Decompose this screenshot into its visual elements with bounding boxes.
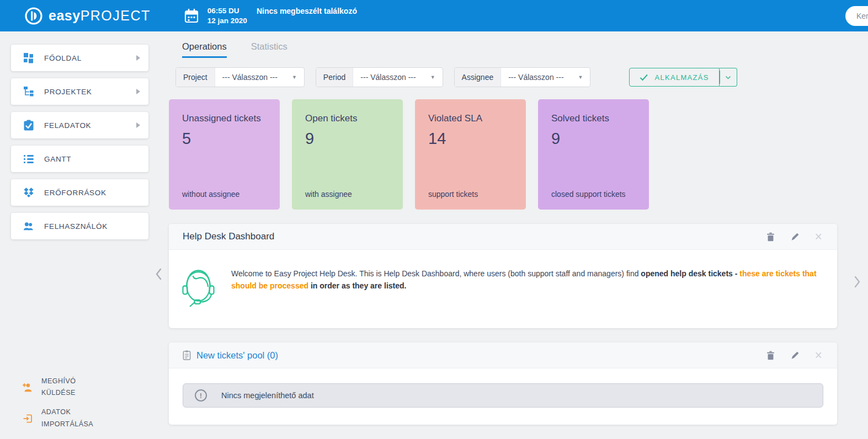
panel-title-link[interactable]: New tickets' pool (0): [196, 350, 278, 361]
stat-card-unassigned-tickets[interactable]: Unassigned tickets 5 without assignee: [169, 99, 280, 210]
sidebar-footer: MEGHÍVÓ KÜLDÉSE ADATOK IMPORTÁLÁSA: [22, 376, 138, 438]
stat-card-violated-sla[interactable]: Violated SLA 14 support tickets: [415, 99, 526, 210]
headset-support-icon: [181, 264, 216, 312]
period-filter: Period --- Válasszon --- ▼: [316, 67, 443, 87]
info-exclamation-icon: !: [195, 389, 207, 401]
stat-caption: closed support tickets: [551, 190, 626, 199]
panel-actions: ×: [766, 349, 823, 362]
easy-project-logo[interactable]: easyPROJECT: [24, 7, 151, 25]
apply-button[interactable]: ALKALMAZÁS: [629, 68, 719, 87]
chevron-right-icon: [136, 122, 141, 129]
import-icon: [22, 413, 33, 424]
stat-value: 5: [182, 130, 267, 148]
tab-operations[interactable]: Operations: [182, 41, 227, 58]
edit-pencil-icon[interactable]: [790, 232, 800, 242]
helpdesk-dashboard-panel: Help Desk Dashboard ×: [169, 224, 837, 328]
panel-header: Help Desk Dashboard ×: [169, 224, 837, 250]
sidebar-item-label: FŐOLDAL: [44, 54, 82, 62]
stat-title: Unassigned tickets: [182, 113, 267, 125]
select-value: --- Válasszon ---: [222, 73, 278, 82]
sidebar-item-label: GANTT: [44, 155, 71, 163]
chevron-right-icon: [136, 55, 141, 61]
sidebar-item-feladatok[interactable]: FELADATOK: [11, 112, 148, 138]
resources-diamonds-icon: [23, 187, 34, 198]
next-page-icon[interactable]: [854, 275, 861, 288]
clock-block: 06:55 DU 12 jan 2020: [207, 6, 247, 26]
main-content: Operations Statistics Project --- Válass…: [166, 31, 868, 439]
calendar-icon[interactable]: [184, 8, 199, 24]
filter-label: Period: [316, 68, 353, 87]
check-icon: [640, 74, 648, 81]
select-value: --- Válasszon ---: [360, 73, 416, 82]
assignee-select[interactable]: --- Válasszon --- ▼: [501, 68, 590, 87]
select-value: --- Válasszon ---: [508, 73, 563, 82]
stat-card-open-tickets[interactable]: Open tickets 9 with assignee: [292, 99, 403, 210]
no-data-message: Nincs megjeleníthető adat: [221, 391, 314, 400]
logo-circle-icon: [24, 7, 43, 25]
project-select[interactable]: --- Válasszon --- ▼: [215, 68, 304, 87]
stat-title: Solved tickets: [551, 113, 636, 125]
sidebar-item-gantt[interactable]: GANTT: [11, 146, 148, 172]
import-data-link[interactable]: ADATOK IMPORTÁLÁSA: [22, 406, 138, 431]
stat-value: 9: [305, 130, 390, 148]
collapse-left-icon[interactable]: [155, 267, 162, 281]
panel-body: Welcome to Easy Project Help Desk. This …: [169, 250, 837, 328]
sidebar-item-fooldal[interactable]: FŐOLDAL: [11, 45, 148, 71]
sidebar-item-label: ERŐFORRÁSOK: [44, 189, 106, 197]
filter-label: Assignee: [455, 68, 502, 87]
stat-caption: without assignee: [182, 190, 239, 199]
stat-value: 14: [428, 130, 513, 148]
sidebar-item-projektek[interactable]: PROJEKTEK: [11, 78, 148, 105]
chevron-down-icon: ▼: [564, 74, 583, 80]
date-text: 12 jan 2020: [207, 16, 247, 26]
send-invite-link[interactable]: MEGHÍVÓ KÜLDÉSE: [22, 376, 138, 400]
no-data-alert: ! Nincs megjeleníthető adat: [183, 383, 823, 408]
clipboard-icon: [183, 350, 191, 360]
edit-pencil-icon[interactable]: [790, 350, 800, 360]
tab-bar: Operations Statistics: [182, 41, 837, 58]
panel-title: Help Desk Dashboard: [183, 231, 274, 242]
panel-actions: ×: [766, 231, 823, 243]
sidebar-item-label: FELADATOK: [44, 121, 91, 130]
sidebar-item-label: PROJEKTEK: [44, 88, 92, 96]
assignee-filter: Assignee --- Válasszon --- ▼: [454, 67, 591, 87]
chevron-down-icon: [725, 76, 731, 79]
chevron-down-icon: ▼: [278, 74, 297, 80]
users-icon: [23, 221, 34, 232]
sidebar: FŐOLDAL PROJEKTEK FELADATOK: [0, 31, 166, 439]
person-add-icon: [22, 382, 33, 393]
stat-title: Violated SLA: [428, 113, 513, 125]
list-icon: [23, 153, 34, 164]
chevron-right-icon: [136, 88, 141, 95]
stat-cards-row: Unassigned tickets 5 without assignee Op…: [169, 99, 837, 210]
footer-link-label: ADATOK IMPORTÁLÁSA: [41, 406, 110, 431]
sidebar-item-felhasznalok[interactable]: FELHASZNÁLÓK: [11, 213, 148, 239]
tasks-check-icon: [23, 120, 34, 131]
delete-icon[interactable]: [766, 232, 775, 242]
project-filter: Project --- Válasszon --- ▼: [175, 67, 305, 87]
panel-body: ! Nincs megjeleníthető adat: [169, 368, 837, 425]
stat-value: 9: [551, 130, 636, 148]
brand-text: easyPROJECT: [49, 8, 151, 24]
apply-dropdown-button[interactable]: [720, 68, 737, 87]
close-icon[interactable]: ×: [815, 231, 822, 243]
chevron-down-icon: ▼: [416, 74, 435, 80]
period-select[interactable]: --- Válasszon --- ▼: [353, 68, 442, 87]
stat-caption: with assignee: [305, 190, 352, 199]
close-icon[interactable]: ×: [815, 349, 822, 362]
project-tree-icon: [23, 86, 34, 97]
dashboard-icon: [23, 52, 34, 63]
filter-row: Project --- Válasszon --- ▼ Period --- V…: [175, 67, 837, 87]
sidebar-item-label: FELHASZNÁLÓK: [44, 222, 108, 231]
sidebar-item-eroforrasok[interactable]: ERŐFORRÁSOK: [11, 179, 148, 206]
tab-statistics[interactable]: Statistics: [251, 41, 287, 58]
meeting-note: Nincs megbeszélt találkozó: [257, 6, 357, 16]
search-input[interactable]: [845, 6, 868, 26]
stat-card-solved-tickets[interactable]: Solved tickets 9 closed support tickets: [538, 99, 649, 210]
stat-title: Open tickets: [305, 113, 390, 125]
new-tickets-pool-panel: New tickets' pool (0) × ! Nincs m: [169, 342, 837, 425]
panel-header: New tickets' pool (0) ×: [169, 342, 837, 368]
footer-link-label: MEGHÍVÓ KÜLDÉSE: [41, 376, 110, 400]
delete-icon[interactable]: [766, 350, 775, 361]
stat-caption: support tickets: [428, 190, 478, 199]
